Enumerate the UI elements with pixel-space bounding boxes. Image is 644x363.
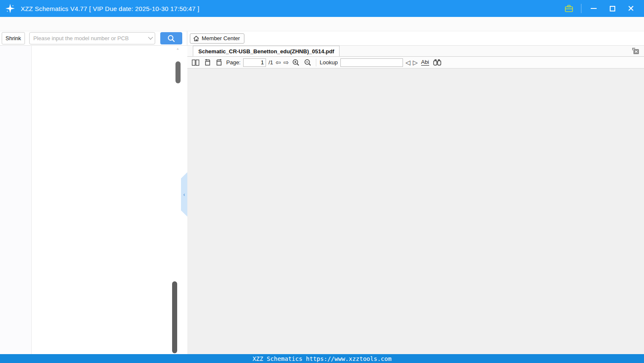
two-page-view-icon[interactable]	[191, 58, 200, 67]
prev-page-icon[interactable]: ⇦	[276, 58, 281, 67]
category-sidebar	[0, 46, 32, 354]
member-center-button[interactable]: Member Center	[190, 33, 244, 44]
search-button[interactable]	[160, 32, 182, 44]
member-center-label: Member Center	[202, 35, 240, 41]
document-tabbar: Schematic_CR-USB_Benetton_edu(ZHNB)_0514…	[187, 46, 644, 57]
minimize-button[interactable]	[587, 3, 600, 14]
toolbar: Shrink Member Center	[0, 31, 644, 46]
lookup-label: Lookup	[320, 59, 338, 66]
page-input[interactable]	[243, 58, 266, 67]
menu-bar	[0, 17, 644, 31]
prev-result-icon[interactable]: ◁	[406, 58, 411, 67]
app-logo-icon	[5, 3, 15, 14]
document-tab[interactable]: Schematic_CR-USB_Benetton_edu(ZHNB)_0514…	[193, 46, 340, 56]
app-window: XZZ Schematics V4.77 [ VIP Due date: 202…	[0, 0, 644, 363]
lookup-input[interactable]	[340, 58, 403, 67]
close-button[interactable]: ✕	[625, 3, 637, 14]
document-tab-label: Schematic_CR-USB_Benetton_edu(ZHNB)_0514…	[198, 48, 334, 55]
rotate-cw-icon[interactable]	[214, 58, 224, 67]
pdf-toolbar: Page: /1 ⇦ ⇨ Lookup ◁ ▷ Abi	[187, 57, 644, 69]
license-briefcase-icon[interactable]	[562, 3, 575, 14]
maximize-button[interactable]	[606, 3, 619, 14]
titlebar-separator	[581, 4, 581, 13]
rotate-ccw-icon[interactable]	[203, 58, 212, 67]
status-bar: XZZ Schematics https://www.xzztools.com	[0, 354, 644, 363]
search-icon	[167, 34, 175, 43]
model-search	[29, 32, 155, 44]
collapse-panel-handle[interactable]: ‹	[181, 172, 187, 217]
zoom-out-icon[interactable]	[303, 58, 312, 67]
home-icon	[193, 35, 200, 42]
page-label: Page:	[226, 59, 241, 66]
close-all-tabs-icon[interactable]	[631, 47, 640, 57]
pdf-viewer: Schematic_CR-USB_Benetton_edu(ZHNB)_0514…	[187, 46, 644, 354]
panel-scrollbar-thumb[interactable]	[172, 281, 177, 353]
next-page-icon[interactable]: ⇨	[283, 58, 289, 67]
schematic-drawing	[187, 69, 644, 354]
next-result-icon[interactable]: ▷	[413, 58, 418, 67]
scroll-up-icon[interactable]: ⌃	[176, 48, 180, 52]
tree-scrollbar-thumb[interactable]	[175, 61, 181, 83]
title-bar: XZZ Schematics V4.77 [ VIP Due date: 202…	[0, 0, 644, 17]
double-view-icon[interactable]	[433, 58, 442, 67]
zoom-in-icon[interactable]	[291, 58, 301, 67]
shrink-button[interactable]: Shrink	[2, 32, 25, 44]
pdf-canvas[interactable]	[187, 69, 644, 354]
abi-text-search-button[interactable]: Abi	[421, 59, 429, 66]
file-tree-panel: ⌃ ‹	[32, 46, 187, 354]
status-text: XZZ Schematics https://www.xzztools.com	[252, 355, 392, 362]
page-total: /1	[269, 59, 273, 66]
window-title: XZZ Schematics V4.77 [ VIP Due date: 202…	[21, 5, 199, 12]
toolbar-divider	[316, 59, 316, 66]
search-input[interactable]	[29, 32, 155, 44]
